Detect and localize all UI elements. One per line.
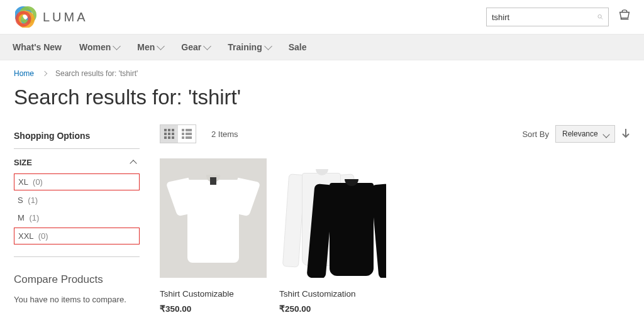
sort-select[interactable]: Relevance [555,125,615,143]
size-option-xxl[interactable]: XXL (0) [14,228,140,244]
page-title: Search results for: 'tshirt' [0,83,644,124]
nav-label: Men [137,42,155,52]
search-icon[interactable] [597,12,603,22]
luma-logo-icon [15,6,36,28]
nav-gear[interactable]: Gear [181,42,210,52]
breadcrumb: Home Search results for: 'tshirt' [0,60,644,83]
product-image[interactable] [279,158,386,278]
view-mode-switch [160,124,196,143]
nav-women[interactable]: Women [79,42,119,52]
size-count: (1) [28,195,38,205]
size-option-s[interactable]: S (1) [14,192,140,208]
nav-whats-new[interactable]: What's New [13,42,62,52]
item-count: 2 Items [211,129,238,139]
size-option-m[interactable]: M (1) [14,210,140,226]
svg-point-4 [598,14,601,18]
brand-text: LUMA [43,10,88,25]
size-label: S [18,195,23,205]
sorter: Sort By Relevance [522,125,630,143]
filter-label: SIZE [14,158,32,167]
list-icon [182,129,192,139]
shopping-options-title: Shopping Options [14,124,140,149]
nav-label: Women [79,42,111,52]
size-count: (0) [33,177,43,187]
product-card[interactable]: Tshirt Customizable ₹350.00 [160,158,267,314]
chevron-right-icon [42,71,47,76]
tshirt-white-icon [170,171,257,265]
chevron-down-icon [264,42,272,50]
size-option-xl[interactable]: XL (0) [14,173,140,190]
cart-icon[interactable] [618,9,631,25]
size-count: (0) [38,231,48,241]
product-price: ₹250.00 [279,304,386,314]
size-label: XXL [18,231,33,241]
chevron-up-icon [130,160,136,167]
product-name[interactable]: Tshirt Customization [279,289,386,299]
tshirt-combo-icon [279,162,386,275]
product-card[interactable]: Tshirt Customization ₹250.00 [279,158,386,314]
product-grid: Tshirt Customizable ₹350.00 Tshirt Custo… [160,158,630,314]
svg-line-5 [601,18,602,19]
nav-label: Training [228,42,262,52]
grid-icon [164,129,174,139]
grid-view-button[interactable] [160,125,178,143]
size-count: (1) [29,213,39,222]
logo[interactable]: LUMA [15,6,88,28]
search-box[interactable] [486,8,609,26]
nav-label: What's New [13,42,62,52]
nav-label: Sale [289,42,307,52]
chevron-down-icon [157,42,165,50]
filter-size-toggle[interactable]: SIZE [14,149,140,173]
compare-products-title: Compare Products [14,257,140,295]
breadcrumb-home[interactable]: Home [14,69,34,78]
product-image[interactable] [160,158,267,278]
sort-by-label: Sort By [522,129,549,139]
main-nav: What's New Women Men Gear Training Sale [0,34,644,60]
nav-training[interactable]: Training [228,42,270,52]
arrow-down-icon [621,128,630,138]
search-input[interactable] [492,13,597,22]
product-price: ₹350.00 [160,304,267,314]
nav-label: Gear [181,42,201,52]
nav-men[interactable]: Men [137,42,164,52]
toolbar: 2 Items Sort By Relevance [160,124,630,143]
size-label: M [18,213,25,222]
chevron-down-icon [203,42,211,50]
compare-empty-text: You have no items to compare. [14,295,140,304]
list-view-button[interactable] [178,125,196,143]
product-name[interactable]: Tshirt Customizable [160,289,267,299]
sidebar: Shopping Options SIZE XL (0) S (1) M (1)… [14,124,140,314]
main-content: 2 Items Sort By Relevance [160,124,630,314]
chevron-down-icon [113,42,121,50]
filter-size-options: XL (0) S (1) M (1) XXL (0) [14,173,140,257]
size-label: XL [18,177,28,187]
sort-direction-button[interactable] [621,128,630,140]
nav-sale[interactable]: Sale [289,42,307,52]
header: LUMA [0,0,644,34]
breadcrumb-current: Search results for: 'tshirt' [55,69,138,78]
